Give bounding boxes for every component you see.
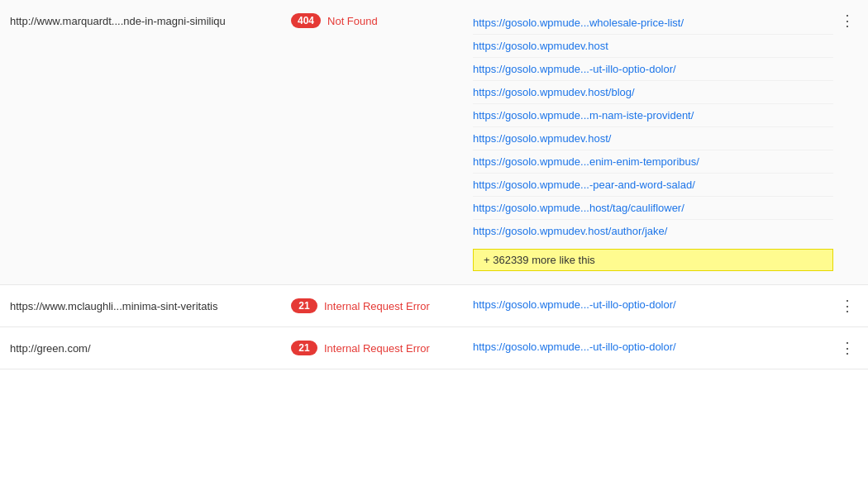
row-status: 21Internal Request Error: [291, 336, 473, 360]
link-url[interactable]: https://gosolo.wpmudev.host/author/jake/: [473, 225, 667, 237]
row-url: http://green.com/: [10, 336, 291, 360]
row-actions: ⋮: [833, 293, 858, 315]
row-actions: ⋮: [833, 8, 858, 30]
table-row: http://green.com/21Internal Request Erro…: [0, 327, 868, 369]
row-url: http://www.marquardt....nde-in-magni-sim…: [10, 8, 291, 33]
row-status: 404Not Found: [291, 8, 473, 33]
link-item: https://gosolo.wpmudev.host/blog/: [473, 81, 833, 104]
link-url[interactable]: https://gosolo.wpmude...-ut-illo-optio-d…: [473, 341, 676, 353]
link-url[interactable]: https://gosolo.wpmudev.host: [473, 40, 608, 52]
link-url[interactable]: https://gosolo.wpmude...-ut-illo-optio-d…: [473, 298, 676, 311]
url-text: https://www.mclaughli...minima-sint-veri…: [10, 300, 217, 312]
status-badge: 21: [291, 298, 317, 313]
more-actions-button[interactable]: ⋮: [837, 297, 858, 315]
link-item: https://gosolo.wpmude...-pear-and-word-s…: [473, 174, 833, 197]
link-url[interactable]: https://gosolo.wpmude...-ut-illo-optio-d…: [473, 63, 676, 75]
table-row: http://www.marquardt....nde-in-magni-sim…: [0, 0, 868, 285]
link-item: https://gosolo.wpmude...wholesale-price-…: [473, 12, 833, 35]
more-actions-button[interactable]: ⋮: [837, 339, 858, 357]
status-badge: 404: [291, 13, 321, 28]
row-actions: ⋮: [833, 336, 858, 357]
link-url[interactable]: https://gosolo.wpmudev.host/: [473, 132, 611, 145]
link-url[interactable]: https://gosolo.wpmude...-pear-and-word-s…: [473, 179, 695, 191]
url-text: http://green.com/: [10, 342, 91, 355]
status-text: Not Found: [327, 15, 378, 27]
row-url: https://www.mclaughli...minima-sint-veri…: [10, 293, 291, 318]
status-badge: 21: [291, 341, 317, 355]
row-status: 21Internal Request Error: [291, 293, 473, 318]
row-links: https://gosolo.wpmude...-ut-illo-optio-d…: [473, 336, 833, 358]
link-item: https://gosolo.wpmude...-ut-illo-optio-d…: [473, 336, 833, 358]
link-url[interactable]: https://gosolo.wpmude...enim-enim-tempor…: [473, 155, 699, 168]
link-item: https://gosolo.wpmude...m-nam-iste-provi…: [473, 104, 833, 127]
more-like-this-button[interactable]: + 362339 more like this: [473, 249, 833, 271]
link-url[interactable]: https://gosolo.wpmude...wholesale-price-…: [473, 17, 684, 29]
link-item: https://gosolo.wpmude...enim-enim-tempor…: [473, 150, 833, 174]
link-item: https://gosolo.wpmudev.host: [473, 35, 833, 58]
url-text: http://www.marquardt....nde-in-magni-sim…: [10, 15, 226, 27]
status-text: Internal Request Error: [324, 300, 430, 312]
broken-links-table: http://www.marquardt....nde-in-magni-sim…: [0, 0, 868, 369]
more-actions-button[interactable]: ⋮: [837, 12, 858, 30]
row-links: https://gosolo.wpmude...-ut-illo-optio-d…: [473, 293, 833, 316]
row-links: https://gosolo.wpmude...wholesale-price-…: [473, 8, 833, 276]
table-row: https://www.mclaughli...minima-sint-veri…: [0, 285, 868, 327]
link-item: https://gosolo.wpmude...host/tag/caulifl…: [473, 197, 833, 220]
link-item: https://gosolo.wpmude...-ut-illo-optio-d…: [473, 58, 833, 81]
link-url[interactable]: https://gosolo.wpmude...m-nam-iste-provi…: [473, 109, 694, 122]
link-item: https://gosolo.wpmudev.host/author/jake/: [473, 220, 833, 242]
link-item: https://gosolo.wpmudev.host/: [473, 127, 833, 150]
link-item: https://gosolo.wpmude...-ut-illo-optio-d…: [473, 293, 833, 316]
link-url[interactable]: https://gosolo.wpmudev.host/blog/: [473, 86, 635, 98]
status-text: Internal Request Error: [324, 342, 430, 355]
link-url[interactable]: https://gosolo.wpmude...host/tag/caulifl…: [473, 202, 684, 214]
